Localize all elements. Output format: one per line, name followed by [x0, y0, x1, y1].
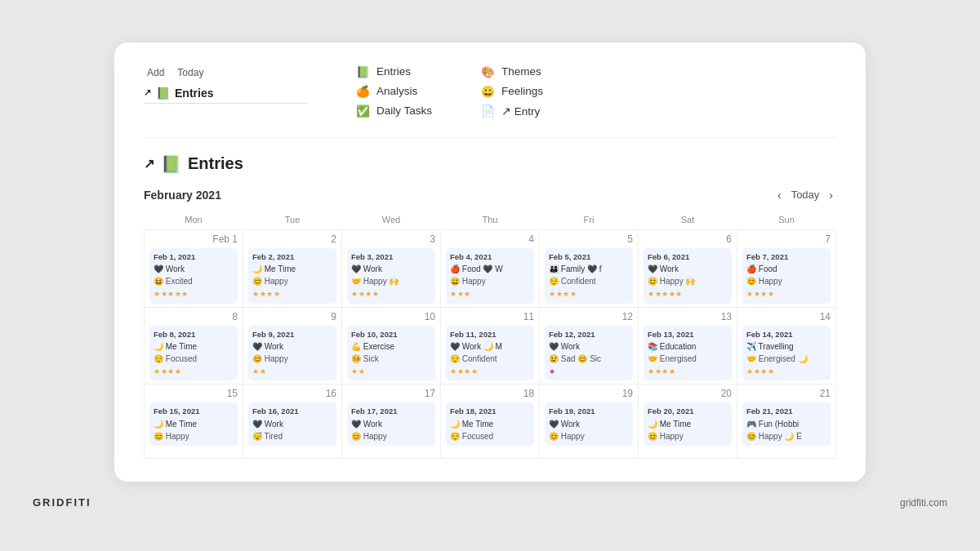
day-header-wed: Wed	[342, 211, 441, 230]
daily-tasks-nav-label: Daily Tasks	[376, 104, 432, 117]
nav-middle: 📗 Entries 🍊 Analysis ✅ Daily Tasks	[356, 65, 432, 118]
entry-date: Feb 8, 2021	[154, 329, 234, 340]
today-button[interactable]: Today	[174, 65, 207, 80]
entry-theme: 🍎 Food	[746, 263, 826, 275]
table-row[interactable]: 9Feb 9, 2021🖤 Work😊 Happy★★	[243, 307, 342, 384]
table-row[interactable]: 13Feb 13, 2021📚 Education🤝 Energised★★★★	[639, 307, 737, 384]
entry-date: Feb 18, 2021	[450, 406, 530, 417]
nav-right: 🎨 Themes 😀 Feelings 📄 ↗ Entry	[481, 65, 543, 118]
entry-theme: ✈️ Travelling	[746, 340, 826, 353]
nav-themes[interactable]: 🎨 Themes	[481, 65, 543, 78]
entry-date: Feb 1, 2021	[154, 251, 234, 263]
table-row[interactable]: 14Feb 14, 2021✈️ Travelling🤝 Energised 🌙…	[737, 307, 836, 384]
table-row[interactable]: 7Feb 7, 2021🍎 Food😊 Happy★★★★	[737, 229, 836, 307]
footer: GRIDFITI gridfiti.com	[0, 482, 980, 509]
entry-theme: 🖤 Work	[252, 340, 332, 353]
entry-feeling: 😊 Happy	[648, 430, 728, 442]
table-row[interactable]: 16Feb 16, 2021🖤 Work😴 Tired	[243, 384, 342, 459]
prev-month-button[interactable]: ‹	[774, 187, 785, 203]
entry-date: Feb 9, 2021	[252, 329, 332, 340]
table-row[interactable]: Feb 1Feb 1, 2021🖤 Work😆 Excited★★★★★	[145, 229, 243, 307]
entry-theme: 🖤 Work	[351, 418, 431, 430]
top-nav: Add Today ↗ 📗 Entries 📗 Entries 🍊 Analys…	[144, 65, 836, 118]
page-header: ↗ 📗 Entries	[144, 154, 836, 174]
table-row[interactable]: 19Feb 19, 2021🖤 Work😊 Happy	[540, 384, 639, 459]
day-number: 9	[248, 311, 336, 322]
day-number: Feb 1	[149, 233, 238, 245]
table-row[interactable]: 12Feb 12, 2021🖤 Work😢 Sad 😊 Sic★	[540, 307, 639, 384]
next-month-button[interactable]: ›	[826, 187, 836, 203]
entry-stars: ★★★★	[252, 289, 332, 300]
list-item: Feb 1, 2021🖤 Work😆 Excited★★★★★	[149, 248, 238, 304]
list-item: Feb 21, 2021🎮 Fun (Hobbi😊 Happy 🌙 E	[742, 402, 831, 445]
entry-stars: ★★★★	[450, 367, 530, 378]
table-row[interactable]: 21Feb 21, 2021🎮 Fun (Hobbi😊 Happy 🌙 E	[737, 384, 836, 459]
entry-stars: ★★	[252, 367, 332, 378]
footer-brand: GRIDFITI	[33, 496, 91, 509]
entry-nav-icon: 📄	[481, 104, 495, 118]
table-row[interactable]: 11Feb 11, 2021🖤 Work 🌙 M😌 Confident★★★★	[441, 307, 540, 384]
entries-link[interactable]: ↗ 📗 Entries	[144, 87, 307, 104]
add-button[interactable]: Add	[144, 65, 167, 80]
table-row[interactable]: 10Feb 10, 2021💪 Exercise🤒 Sick★★	[342, 307, 441, 384]
entries-icon: 📗	[156, 87, 170, 100]
entry-feeling: 🤒 Sick	[351, 353, 431, 365]
nav-daily-tasks[interactable]: ✅ Daily Tasks	[356, 104, 432, 118]
table-row[interactable]: 8Feb 8, 2021🌙 Me Time😌 Focused★★★★	[145, 307, 243, 384]
list-item: Feb 9, 2021🖤 Work😊 Happy★★	[248, 326, 336, 381]
entry-theme: 🖤 Work	[351, 263, 431, 275]
list-item: Feb 5, 2021👨‍👩‍👦 Family 🖤 f😌 Confident★★…	[545, 248, 633, 304]
entry-date: Feb 14, 2021	[746, 329, 826, 340]
table-row[interactable]: 2Feb 2, 2021🌙 Me Time😊 Happy★★★★	[243, 229, 342, 307]
entry-theme: 💪 Exercise	[351, 340, 431, 353]
calendar-week-1: Feb 1Feb 1, 2021🖤 Work😆 Excited★★★★★2Feb…	[145, 229, 836, 307]
table-row[interactable]: 6Feb 6, 2021🖤 Work😊 Happy 🙌★★★★★	[639, 229, 737, 307]
table-row[interactable]: 4Feb 4, 2021🍎 Food 🖤 W😀 Happy★★★	[441, 229, 540, 307]
entry-stars: ★★★★	[746, 289, 826, 300]
table-row[interactable]: 20Feb 20, 2021🌙 Me Time😊 Happy	[639, 384, 737, 459]
day-number: 4	[446, 233, 534, 245]
entry-feeling: 🤝 Energised	[648, 353, 728, 365]
entry-feeling: 😢 Sad 😊 Sic	[549, 353, 629, 365]
nav-analysis[interactable]: 🍊 Analysis	[356, 85, 432, 98]
list-item: Feb 4, 2021🍎 Food 🖤 W😀 Happy★★★	[446, 248, 534, 304]
entry-date: Feb 10, 2021	[351, 329, 431, 340]
calendar-week-2: 8Feb 8, 2021🌙 Me Time😌 Focused★★★★9Feb 9…	[145, 307, 836, 384]
nav-feelings[interactable]: 😀 Feelings	[481, 85, 543, 98]
entry-date: Feb 16, 2021	[252, 406, 332, 417]
themes-nav-label: Themes	[501, 65, 541, 78]
entry-date: Feb 20, 2021	[648, 406, 728, 417]
day-number: 10	[347, 311, 435, 322]
nav-entries[interactable]: 📗 Entries	[356, 65, 432, 78]
day-header-sat: Sat	[639, 211, 737, 230]
entry-date: Feb 2, 2021	[252, 251, 332, 263]
entry-theme: 🌙 Me Time	[450, 418, 530, 430]
entry-feeling: 😊 Happy	[252, 275, 332, 287]
entry-theme: 🖤 Work	[252, 418, 332, 430]
table-row[interactable]: 3Feb 3, 2021🖤 Work🤝 Happy 🙌★★★★	[342, 229, 441, 307]
entry-feeling: 😴 Tired	[252, 430, 332, 442]
calendar-header: February 2021 ‹ Today ›	[144, 187, 836, 203]
list-item: Feb 11, 2021🖤 Work 🌙 M😌 Confident★★★★	[446, 326, 534, 381]
entries-link-label: Entries	[175, 87, 213, 100]
entry-stars: ★★★★	[351, 289, 431, 300]
entry-stars: ★	[549, 367, 629, 378]
nav-entry[interactable]: 📄 ↗ Entry	[481, 104, 543, 118]
page-title-icon: 📗	[161, 154, 181, 174]
arrow-icon: ↗	[144, 87, 151, 98]
entry-feeling: 🤝 Happy 🙌	[351, 275, 431, 287]
table-row[interactable]: 18Feb 18, 2021🌙 Me Time😌 Focused	[441, 384, 540, 459]
entry-feeling: 😊 Happy	[252, 353, 332, 365]
today-nav-label[interactable]: Today	[791, 189, 820, 201]
table-row[interactable]: 17Feb 17, 2021🖤 Work😊 Happy	[342, 384, 441, 459]
entry-date: Feb 21, 2021	[746, 406, 826, 417]
day-number: 21	[742, 388, 831, 399]
entry-feeling: 😊 Happy	[746, 275, 826, 287]
table-row[interactable]: 5Feb 5, 2021👨‍👩‍👦 Family 🖤 f😌 Confident★…	[540, 229, 639, 307]
table-row[interactable]: 15Feb 15, 2021🌙 Me Time😊 Happy	[145, 384, 243, 459]
entry-theme: 🖤 Work	[549, 418, 629, 430]
list-item: Feb 2, 2021🌙 Me Time😊 Happy★★★★	[248, 248, 336, 304]
entry-date: Feb 6, 2021	[648, 251, 728, 263]
add-today-row: Add Today	[144, 65, 307, 80]
entry-feeling: 🤝 Energised 🌙	[746, 353, 826, 365]
